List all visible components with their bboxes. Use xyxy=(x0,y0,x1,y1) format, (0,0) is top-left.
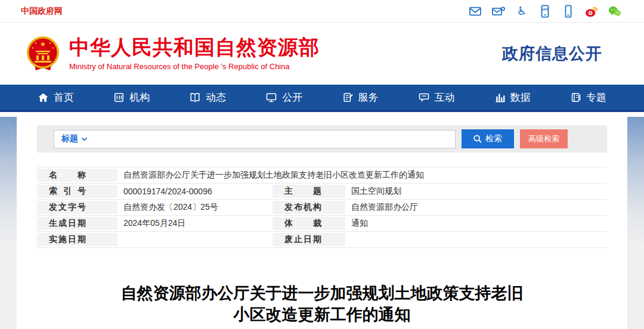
meta-label-effective-date: 实施日期 xyxy=(37,232,117,247)
disclosure-icon xyxy=(265,92,277,103)
svg-text:★: ★ xyxy=(32,46,35,49)
nav-label: 互动 xyxy=(435,91,455,104)
svg-text:★: ★ xyxy=(35,41,38,45)
brand-block: 中华人民共和国自然资源部 Ministry of Natural Resourc… xyxy=(69,36,320,70)
meta-row-date-genre: 生成日期 2024年05月24日 体裁 通知 xyxy=(37,216,607,232)
ministry-title-cn: 中华人民共和国自然资源部 xyxy=(69,36,320,58)
meta-label-text: 名称 xyxy=(49,170,86,181)
meta-value-subject: 国土空间规划 xyxy=(345,184,607,199)
national-emblem-logo: ★ ★ ★ ★ ★ xyxy=(24,35,62,73)
meta-row-name: 名称 自然资源部办公厅关于进一步加强规划土地政策支持老旧小区改造更新工作的通知 xyxy=(37,167,607,184)
mail-icon[interactable] xyxy=(469,5,482,18)
site-header: ★ ★ ★ ★ ★ 中华人民共和国自然资源部 Ministry of Natur… xyxy=(0,23,644,85)
meta-label-text: 主题 xyxy=(284,186,321,197)
meta-label-subject: 主题 xyxy=(273,184,345,199)
nav-item-service[interactable]: 服务 xyxy=(336,85,385,110)
meta-label-text: 发文字号 xyxy=(49,202,86,213)
search-field-selector[interactable]: 标题 xyxy=(61,134,88,144)
nav-item-interaction[interactable]: 互动 xyxy=(412,85,461,110)
nav-item-home[interactable]: 首页 xyxy=(32,85,80,110)
gov-info-disclosure-title: 政府信息公开 xyxy=(502,43,602,64)
meta-label-text: 体裁 xyxy=(284,218,321,229)
nav-bottom-strip xyxy=(0,110,644,112)
chevron-down-icon xyxy=(81,137,88,141)
document-title: 自然资源部办公厅关于进一步加强规划土地政策支持老旧小区改造更新工作的通知 xyxy=(113,283,531,325)
meta-value-index: 000019174/2024-00096 xyxy=(117,184,273,199)
meta-label-name: 名称 xyxy=(37,167,117,183)
top-icon-group: ♿ APP xyxy=(469,5,621,18)
meta-value-repeal-date xyxy=(345,232,607,247)
svg-text:APP: APP xyxy=(541,8,549,11)
meta-row-docnum-issuer: 发文字号 自然资办发〔2024〕25号 发布机构 自然资源部办公厅 xyxy=(37,200,607,216)
meta-value-doc-number: 自然资办发〔2024〕25号 xyxy=(117,200,273,215)
gov-site-link[interactable]: 中国政府网 xyxy=(21,6,63,17)
top-bar: 中国政府网 ♿ APP xyxy=(0,0,644,23)
nav-item-data[interactable]: 数据 xyxy=(488,85,537,110)
nav-label: 机构 xyxy=(129,91,150,104)
meta-label-text: 实施日期 xyxy=(49,234,86,245)
svg-text:★: ★ xyxy=(40,40,47,48)
nav-item-organization[interactable]: 机构 xyxy=(107,85,156,110)
content-card: 标题 检索 高级检索 名称 自然资源部办公厅关于进一步加强规划土地政策支持老旧小… xyxy=(17,117,627,329)
app-icon[interactable]: APP xyxy=(538,5,552,18)
meta-label-text: 生成日期 xyxy=(49,218,86,229)
meta-value-genre: 通知 xyxy=(345,216,607,231)
service-icon xyxy=(342,92,354,103)
topics-icon xyxy=(570,92,581,103)
news-icon xyxy=(189,92,201,103)
nav-label: 数据 xyxy=(510,91,531,104)
nav-label: 专题 xyxy=(586,91,606,104)
meta-value-create-date: 2024年05月24日 xyxy=(117,216,273,231)
meta-row-index-subject: 索引号 000019174/2024-00096 主题 国土空间规划 xyxy=(37,184,607,200)
meta-label-text: 废止日期 xyxy=(284,234,321,245)
meta-value-name: 自然资源部办公厅关于进一步加强规划土地政策支持老旧小区改造更新工作的通知 xyxy=(117,167,607,183)
search-box: 标题 xyxy=(54,130,456,148)
svg-text:★: ★ xyxy=(49,41,52,45)
search-input[interactable] xyxy=(88,131,455,148)
meta-value-effective-date xyxy=(117,232,273,247)
meta-label-genre: 体裁 xyxy=(273,216,345,231)
search-button-label: 检索 xyxy=(485,134,502,144)
nav-label: 公开 xyxy=(282,91,302,104)
meta-label-issuer: 发布机构 xyxy=(273,200,345,215)
meta-label-create-date: 生成日期 xyxy=(37,216,117,231)
data-icon xyxy=(494,92,506,103)
home-icon xyxy=(38,92,49,103)
svg-text:★: ★ xyxy=(52,46,55,49)
field-selector-label: 标题 xyxy=(61,134,78,144)
mobile-icon[interactable] xyxy=(562,5,575,18)
meta-label-text: 索引号 xyxy=(49,186,86,197)
meta-label-repeal-date: 废止日期 xyxy=(273,232,345,247)
meta-label-index: 索引号 xyxy=(37,184,117,199)
meta-value-issuer: 自然资源部办公厅 xyxy=(345,200,607,215)
meta-label-doc-number: 发文字号 xyxy=(37,200,117,215)
nav-item-disclosure[interactable]: 公开 xyxy=(259,85,308,110)
mail-subscribe-icon[interactable] xyxy=(492,5,505,18)
nav-label: 动态 xyxy=(206,91,226,104)
search-button[interactable]: 检索 xyxy=(462,129,514,148)
nav-label: 首页 xyxy=(54,91,74,104)
accessibility-icon[interactable]: ♿ xyxy=(515,5,528,18)
search-icon xyxy=(473,135,482,143)
advanced-search-button[interactable]: 高级检索 xyxy=(520,129,568,148)
ministry-title-en: Ministry of Natural Resources of the Peo… xyxy=(69,62,320,71)
weibo-icon[interactable] xyxy=(585,5,598,18)
page-background: 标题 检索 高级检索 名称 自然资源部办公厅关于进一步加强规划土地政策支持老旧小… xyxy=(0,117,644,329)
wechat-icon[interactable] xyxy=(608,5,621,18)
meta-row-effective-repeal: 实施日期 废止日期 xyxy=(37,232,607,248)
meta-label-text: 发布机构 xyxy=(284,202,321,213)
nav-item-news[interactable]: 动态 xyxy=(183,85,232,110)
document-meta-table: 名称 自然资源部办公厅关于进一步加强规划土地政策支持老旧小区改造更新工作的通知 … xyxy=(37,167,607,248)
nav-item-topics[interactable]: 专题 xyxy=(564,85,612,110)
main-nav: 首页 机构 动态 公开 xyxy=(0,85,644,110)
organization-icon xyxy=(113,92,125,103)
search-band: 标题 检索 高级检索 xyxy=(37,125,607,153)
interaction-icon xyxy=(418,92,430,103)
nav-label: 服务 xyxy=(358,91,379,104)
